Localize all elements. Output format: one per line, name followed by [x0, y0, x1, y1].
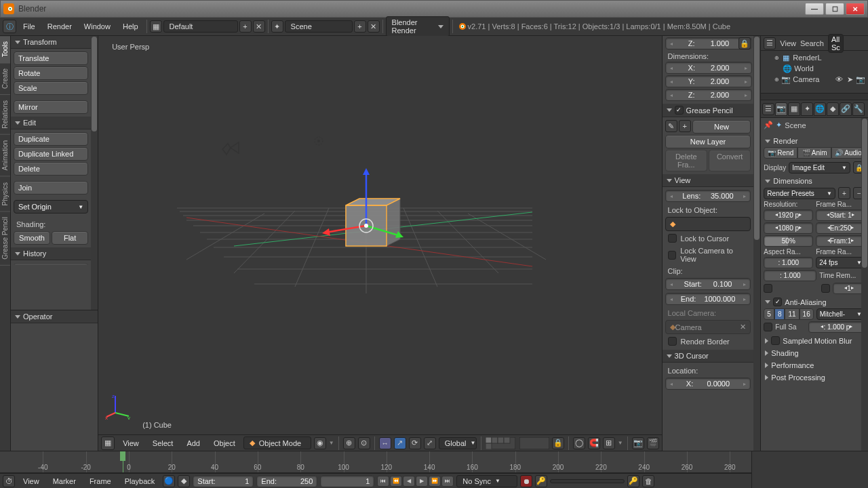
res-x-field[interactable]: ◂1920 p▸: [764, 209, 813, 221]
modifiers-tab[interactable]: 🔧: [852, 102, 865, 116]
convert-button[interactable]: Convert: [709, 150, 751, 171]
tab-grease-pencil[interactable]: Grease Pencil: [0, 211, 10, 266]
editor-type-icon[interactable]: ⏱: [3, 475, 15, 487]
eye-icon[interactable]: 👁: [834, 75, 844, 84]
tab-create[interactable]: Create: [0, 63, 10, 95]
local-camera-field[interactable]: ◆Camera✕: [665, 320, 751, 334]
keyframe-next-icon[interactable]: ⏩: [429, 476, 441, 487]
playhead[interactable]: [123, 451, 123, 472]
grease-pencil-header[interactable]: Grease Pencil: [663, 104, 761, 117]
timeline-playback[interactable]: Playback: [119, 475, 161, 487]
minimize-button[interactable]: —: [805, 3, 824, 15]
set-origin-dropdown[interactable]: Set Origin▼: [14, 200, 88, 214]
play-icon[interactable]: ▶: [416, 476, 428, 487]
post-processing-section[interactable]: Post Processing: [764, 371, 865, 384]
grease-enable-check[interactable]: [675, 106, 684, 115]
snap-icon[interactable]: 🧲: [588, 437, 600, 449]
world-tab[interactable]: 🌐: [814, 102, 826, 116]
menu-help[interactable]: Help: [117, 20, 144, 33]
opengl-anim-icon[interactable]: 🎬: [647, 437, 659, 449]
layout-add-button[interactable]: +: [239, 20, 252, 33]
timeline-view[interactable]: View: [18, 475, 45, 487]
editor-type-icon[interactable]: ⓘ: [3, 20, 16, 33]
outliner-filter[interactable]: All Sc: [828, 34, 844, 53]
pencil-icon[interactable]: ✎: [665, 120, 677, 132]
sync-dropdown[interactable]: No Sync▼: [456, 475, 517, 487]
tab-relations[interactable]: Relations: [0, 95, 10, 135]
opengl-render-icon[interactable]: 📷: [632, 437, 644, 449]
screen-layout-icon[interactable]: ▦: [150, 20, 162, 33]
layer-buttons-2[interactable]: [519, 437, 549, 449]
dim-y-field[interactable]: ◂Y:2.000▸: [665, 75, 753, 87]
menu-window[interactable]: Window: [79, 20, 116, 33]
add-preset-icon[interactable]: +: [838, 187, 850, 199]
layer-buttons[interactable]: [486, 437, 515, 449]
aa-8[interactable]: 8: [774, 308, 785, 320]
pin-icon[interactable]: 📌: [764, 121, 773, 129]
outliner-search[interactable]: Search: [800, 39, 824, 47]
layout-dropdown[interactable]: Default: [163, 20, 238, 33]
manipulate-center-icon[interactable]: ⊙: [358, 437, 370, 449]
play-reverse-icon[interactable]: ◀: [403, 476, 415, 487]
lock-camera-check[interactable]: [668, 251, 677, 260]
record-icon[interactable]: ⏺: [520, 475, 532, 487]
frame-start-field[interactable]: ◂Start: 1▸: [816, 209, 865, 221]
aa-check[interactable]: [773, 298, 782, 306]
keying-set-icon[interactable]: 🔑: [535, 475, 547, 487]
scene-icon[interactable]: ✦: [271, 20, 283, 33]
constraints-tab[interactable]: 🔗: [840, 102, 852, 116]
add-menu[interactable]: Add: [181, 437, 205, 449]
jump-start-icon[interactable]: ⏮: [377, 476, 389, 487]
aspect-y-field[interactable]: : 1.000: [764, 270, 816, 281]
shading-mode-icon[interactable]: ◉: [314, 437, 326, 449]
dim-x-field[interactable]: ◂X:2.000▸: [665, 62, 753, 74]
manipulator-toggle[interactable]: ↔: [379, 437, 391, 449]
scene-add-button[interactable]: +: [354, 20, 366, 33]
keyframe-prev-icon[interactable]: ⏪: [390, 476, 402, 487]
pivot-icon[interactable]: ⊕: [343, 437, 355, 449]
new-layer-button[interactable]: New Layer: [665, 135, 751, 148]
crop-check[interactable]: [821, 284, 830, 293]
close-button[interactable]: ✕: [846, 3, 865, 15]
display-dropdown[interactable]: Image Edit▼: [789, 162, 850, 174]
view-menu[interactable]: View: [117, 437, 144, 449]
operator-header[interactable]: Operator: [23, 312, 52, 321]
aa-size-field[interactable]: ◂: 1.000 p▸: [808, 321, 865, 333]
scene-tab[interactable]: ✦: [801, 102, 813, 116]
keyframe-type-icon[interactable]: ◆: [178, 475, 190, 487]
delete-key-icon[interactable]: 🗑: [642, 475, 654, 487]
tab-animation[interactable]: Animation: [0, 135, 10, 176]
aa-filter-dropdown[interactable]: Mitchell-▼: [816, 308, 865, 320]
auto-keyframe-icon[interactable]: 🔵: [163, 475, 175, 487]
motion-blur-section[interactable]: Sampled Motion Blur: [764, 334, 865, 347]
cursor-icon[interactable]: ➤: [845, 75, 854, 84]
orientation-dropdown[interactable]: Global▼: [439, 437, 477, 449]
tree-row-world[interactable]: 🌐World: [762, 63, 867, 74]
edit-header[interactable]: Edit: [11, 117, 91, 129]
timeline-marker[interactable]: Marker: [47, 475, 81, 487]
jump-end-icon[interactable]: ⏭: [441, 476, 454, 487]
scene-dropdown[interactable]: Scene: [285, 20, 353, 33]
aa-16[interactable]: 16: [800, 308, 814, 320]
current-frame-field[interactable]: 1: [320, 475, 374, 487]
outliner-h-scroll[interactable]: [761, 93, 868, 100]
fps-dropdown[interactable]: 24 fps▼: [816, 257, 865, 268]
editor-type-icon[interactable]: ☰: [764, 37, 776, 49]
editor-type-icon[interactable]: ☰: [762, 103, 774, 115]
shading-section[interactable]: Shading: [764, 347, 865, 359]
frame-step-field[interactable]: ◂Fram:1▸: [816, 235, 865, 247]
npanel-scrollbar[interactable]: [753, 36, 760, 451]
3d-viewport[interactable]: User Persp (1) Cube: [98, 36, 661, 434]
animation-button[interactable]: 🎬Anim: [797, 147, 831, 159]
view-panel-header[interactable]: View: [663, 174, 761, 187]
clip-start-field[interactable]: ◂Start:0.100▸: [665, 278, 751, 290]
scale-button[interactable]: Scale: [14, 81, 88, 95]
res-y-field[interactable]: ◂1080 p▸: [764, 222, 813, 234]
menu-file[interactable]: File: [18, 20, 41, 33]
smooth-button[interactable]: Smooth: [14, 231, 50, 245]
tab-physics[interactable]: Physics: [0, 177, 10, 211]
aa-11[interactable]: 11: [785, 308, 799, 320]
history-item[interactable]: [14, 263, 88, 265]
cursor-x-field[interactable]: ◂X:0.0000▸: [665, 378, 751, 390]
lock-object-field[interactable]: ◆: [665, 217, 751, 231]
